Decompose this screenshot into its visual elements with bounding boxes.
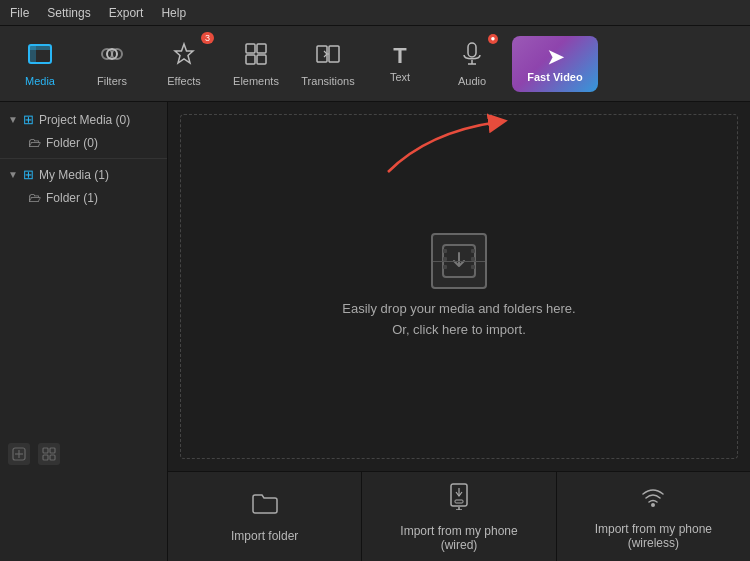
svg-rect-12	[468, 43, 476, 57]
toolbar-filters-wrap: Filters	[76, 26, 148, 102]
svg-rect-30	[455, 500, 463, 503]
transitions-button[interactable]: Transitions	[292, 26, 364, 102]
svg-rect-2	[29, 45, 51, 50]
svg-rect-27	[471, 257, 475, 261]
import-folder-icon	[251, 491, 279, 521]
audio-icon	[459, 41, 485, 71]
svg-rect-7	[257, 44, 266, 53]
text-icon: T	[393, 45, 406, 67]
toolbar-audio-wrap: Audio ●	[436, 26, 508, 102]
svg-rect-22	[443, 245, 475, 277]
import-wired-label: Import from my phone (wired)	[400, 524, 517, 552]
filters-label: Filters	[97, 75, 127, 87]
effects-label: Effects	[167, 75, 200, 87]
elements-label: Elements	[233, 75, 279, 87]
my-media-grid-icon: ⊞	[23, 167, 34, 182]
import-wireless-button[interactable]: Import from my phone (wireless)	[557, 472, 750, 561]
project-folder-icon: 🗁	[28, 135, 41, 150]
transitions-icon	[315, 41, 341, 71]
svg-rect-11	[329, 46, 339, 62]
audio-badge: ●	[488, 34, 498, 44]
filters-icon	[99, 41, 125, 71]
svg-rect-6	[246, 44, 255, 53]
import-folder-label: Import folder	[231, 529, 298, 543]
toolbar: Media Filters Effects 3	[0, 26, 750, 102]
sidebar-item-project-folder[interactable]: 🗁 Folder (0)	[0, 131, 167, 154]
svg-rect-23	[443, 249, 447, 253]
svg-rect-8	[246, 55, 255, 64]
drop-icon	[431, 233, 487, 289]
my-media-label: My Media (1)	[39, 168, 109, 182]
my-folder-icon: 🗁	[28, 190, 41, 205]
toolbar-media-wrap: Media	[4, 26, 76, 102]
svg-rect-20	[43, 455, 48, 460]
effects-badge: 3	[201, 32, 214, 44]
toolbar-elements-wrap: Elements	[220, 26, 292, 102]
elements-icon	[243, 41, 269, 71]
text-label: Text	[390, 71, 410, 83]
drop-zone-text: Easily drop your media and folders here.…	[342, 299, 575, 341]
project-folder-label: Folder (0)	[46, 136, 98, 150]
svg-rect-18	[43, 448, 48, 453]
sidebar-item-my-folder[interactable]: 🗁 Folder (1)	[0, 186, 167, 209]
import-wired-button[interactable]: Import from my phone (wired)	[362, 472, 556, 561]
menu-bar: File Settings Export Help	[0, 0, 750, 26]
menu-file[interactable]: File	[10, 6, 29, 20]
content-area: Easily drop your media and folders here.…	[168, 102, 750, 561]
fast-video-label: Fast Video	[527, 71, 582, 83]
sidebar: ▼ ⊞ Project Media (0) 🗁 Folder (0) ▼ ⊞ M…	[0, 102, 168, 561]
effects-icon	[171, 41, 197, 71]
sidebar-view-icon[interactable]	[38, 443, 60, 465]
main-layout: ▼ ⊞ Project Media (0) 🗁 Folder (0) ▼ ⊞ M…	[0, 102, 750, 561]
menu-export[interactable]: Export	[109, 6, 144, 20]
media-button[interactable]: Media	[4, 26, 76, 102]
transitions-label: Transitions	[301, 75, 354, 87]
sidebar-divider	[0, 158, 167, 159]
fast-video-button[interactable]: ➤ Fast Video	[512, 36, 598, 92]
sidebar-item-my-media[interactable]: ▼ ⊞ My Media (1)	[0, 163, 167, 186]
my-media-arrow: ▼	[8, 169, 18, 180]
sidebar-item-project-media[interactable]: ▼ ⊞ Project Media (0)	[0, 108, 167, 131]
svg-rect-10	[317, 46, 327, 62]
drop-line2: Or, click here to import.	[342, 320, 575, 341]
filters-button[interactable]: Filters	[76, 26, 148, 102]
toolbar-text-wrap: T Text	[364, 26, 436, 102]
drop-zone[interactable]: Easily drop your media and folders here.…	[180, 114, 738, 459]
import-wired-icon	[447, 482, 471, 516]
sidebar-bottom-actions	[8, 443, 60, 465]
import-row: Import folder Import from my phone (wire…	[168, 471, 750, 561]
import-wireless-label: Import from my phone (wireless)	[595, 522, 712, 550]
project-media-arrow: ▼	[8, 114, 18, 125]
text-button[interactable]: T Text	[364, 26, 436, 102]
menu-settings[interactable]: Settings	[47, 6, 90, 20]
menu-help[interactable]: Help	[161, 6, 186, 20]
svg-rect-19	[50, 448, 55, 453]
svg-rect-28	[471, 265, 475, 269]
media-label: Media	[25, 75, 55, 87]
import-wireless-icon	[639, 484, 667, 514]
elements-button[interactable]: Elements	[220, 26, 292, 102]
toolbar-effects-wrap: Effects 3	[148, 26, 220, 102]
svg-rect-24	[443, 257, 447, 261]
media-icon	[27, 41, 53, 71]
my-folder-label: Folder (1)	[46, 191, 98, 205]
svg-rect-9	[257, 55, 266, 64]
svg-rect-26	[471, 249, 475, 253]
sidebar-add-icon[interactable]	[8, 443, 30, 465]
svg-rect-21	[50, 455, 55, 460]
drop-line1: Easily drop your media and folders here.	[342, 299, 575, 320]
svg-rect-25	[443, 265, 447, 269]
svg-point-34	[651, 503, 655, 507]
toolbar-transitions-wrap: Transitions	[292, 26, 364, 102]
fast-video-icon: ➤	[547, 45, 564, 69]
import-folder-button[interactable]: Import folder	[168, 472, 362, 561]
project-media-grid-icon: ⊞	[23, 112, 34, 127]
project-media-label: Project Media (0)	[39, 113, 130, 127]
audio-label: Audio	[458, 75, 486, 87]
